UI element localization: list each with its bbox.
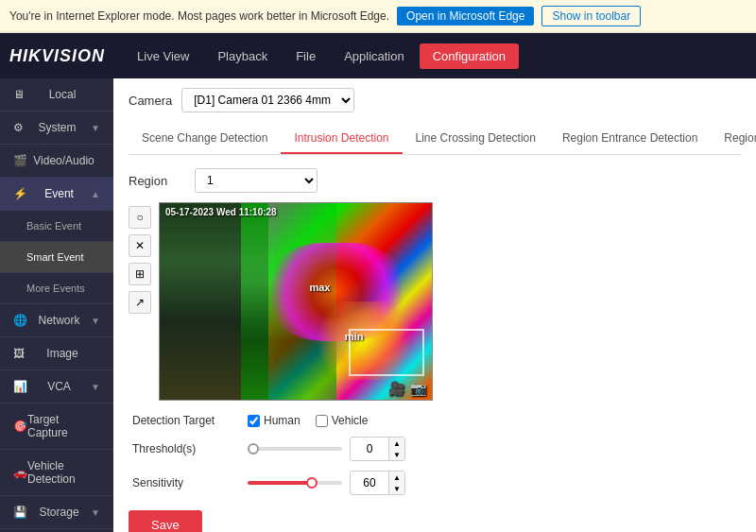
chevron-down-icon-vca: ▼ — [91, 382, 100, 392]
sensitivity-spin-down[interactable]: ▼ — [389, 483, 404, 494]
storage-icon: 💾 — [13, 506, 27, 519]
local-icon: 🖥 — [13, 88, 25, 101]
sidebar: 🖥 Local ⚙ System ▼ 🎬 Video/Audio ⚡ Event… — [0, 78, 113, 532]
threshold-spinners: ▲ ▼ — [388, 438, 404, 460]
sidebar-item-event[interactable]: ⚡ Event ▲ — [0, 178, 113, 211]
tab-scene-change[interactable]: Scene Change Detection — [129, 124, 281, 154]
event-icon: ⚡ — [13, 187, 27, 200]
detection-target-label: Detection Target — [132, 414, 236, 427]
sidebar-label-event: Event — [44, 187, 74, 200]
sensitivity-fill — [248, 481, 309, 485]
vehicle-checkbox-item[interactable]: Vehicle — [316, 414, 369, 427]
top-nav: HIKVISION Live View Playback File Applic… — [0, 33, 756, 78]
sidebar-item-smart-event[interactable]: Smart Event — [0, 242, 113, 273]
sidebar-item-storage[interactable]: 💾 Storage ▼ — [0, 496, 113, 529]
sidebar-label-image: Image — [46, 347, 77, 360]
system-icon: ⚙ — [13, 121, 24, 134]
human-checkbox-item[interactable]: Human — [248, 414, 301, 427]
sidebar-item-system[interactable]: ⚙ System ▼ — [0, 112, 113, 145]
chevron-down-icon: ▼ — [91, 123, 100, 133]
region-label: Region — [129, 174, 185, 188]
sidebar-item-basic-event[interactable]: Basic Event — [0, 211, 113, 242]
sidebar-item-network[interactable]: 🌐 Network ▼ — [0, 304, 113, 337]
tab-intrusion[interactable]: Intrusion Detection — [281, 124, 402, 154]
sidebar-label-basic-event: Basic Event — [26, 220, 81, 232]
tool-grid[interactable]: ⊞ — [129, 263, 151, 285]
vehicle-label: Vehicle — [332, 414, 369, 427]
human-checkbox[interactable] — [248, 415, 260, 427]
detection-target-row: Detection Target Human Vehicle — [132, 414, 741, 427]
sensitivity-input-group: ▲ ▼ — [350, 471, 405, 495]
tab-region-exiting[interactable]: Region Exiting Detection — [711, 124, 756, 154]
chevron-down-icon-storage: ▼ — [91, 507, 100, 518]
network-icon: 🌐 — [13, 314, 27, 327]
sidebar-item-more-events[interactable]: More Events — [0, 273, 113, 304]
threshold-thumb[interactable] — [248, 443, 259, 455]
threshold-spin-down[interactable]: ▼ — [389, 449, 404, 460]
tool-circle[interactable]: ○ — [129, 206, 151, 229]
video-snapshot-icon[interactable]: 📷 — [410, 381, 426, 396]
nav-application[interactable]: Application — [331, 43, 418, 69]
sidebar-item-local[interactable]: 🖥 Local — [0, 78, 113, 112]
logo: HIKVISION — [9, 46, 105, 66]
sidebar-label-vca: VCA — [47, 380, 71, 393]
save-row: Save — [129, 510, 741, 532]
nav-configuration[interactable]: Configuration — [420, 43, 519, 69]
sidebar-item-image[interactable]: 🖼 Image — [0, 337, 113, 370]
video-label-max: max — [309, 282, 330, 293]
video-camera-icon[interactable]: 🎥 — [388, 381, 404, 396]
video-timestamp: 05-17-2023 Wed 11:10:28 — [165, 207, 277, 217]
camera-label: Camera — [129, 94, 172, 108]
sensitivity-slider-group: ▲ ▼ — [248, 471, 405, 495]
tool-arrow[interactable]: ↗ — [129, 291, 151, 314]
detection-target-checkboxes: Human Vehicle — [248, 414, 368, 427]
show-toolbar-button[interactable]: Show in toolbar — [541, 6, 641, 26]
open-edge-button[interactable]: Open in Microsoft Edge — [397, 7, 534, 26]
sidebar-item-video-audio[interactable]: 🎬 Video/Audio — [0, 145, 113, 178]
threshold-spin-up[interactable]: ▲ — [389, 438, 404, 449]
vehicle-icon: 🚗 — [13, 466, 27, 479]
sidebar-label-smart-event: Smart Event — [26, 251, 84, 263]
sensitivity-label: Sensitivity — [132, 476, 236, 489]
nav-live-view[interactable]: Live View — [124, 43, 202, 69]
region-row: Region 1 — [129, 168, 741, 193]
nav-items: Live View Playback File Application Conf… — [124, 43, 747, 69]
video-frame: 05-17-2023 Wed 11:10:28 max min 🎥 📷 — [159, 202, 433, 401]
sensitivity-spin-up[interactable]: ▲ — [389, 472, 404, 483]
sidebar-item-vca[interactable]: 📊 VCA ▼ — [0, 370, 113, 403]
nav-playback[interactable]: Playback — [204, 43, 281, 69]
save-button[interactable]: Save — [129, 510, 202, 532]
threshold-slider-group: ▲ ▼ — [248, 437, 405, 461]
vehicle-checkbox[interactable] — [316, 415, 328, 427]
ie-banner: You're in Internet Explorer mode. Most p… — [0, 0, 756, 33]
content-area: Camera [D1] Camera 01 2366 4mm Scene Cha… — [113, 78, 756, 532]
threshold-input[interactable] — [351, 439, 388, 458]
detection-tabs: Scene Change Detection Intrusion Detecti… — [129, 124, 741, 155]
sidebar-item-vehicle-detection[interactable]: 🚗 Vehicle Detection — [0, 450, 113, 496]
camera-select[interactable]: [D1] Camera 01 2366 4mm — [181, 88, 354, 112]
tab-region-entrance[interactable]: Region Entrance Detection — [549, 124, 711, 154]
camera-row: Camera [D1] Camera 01 2366 4mm — [129, 88, 741, 112]
threshold-label: Threshold(s) — [132, 442, 236, 455]
tool-cross[interactable]: ✕ — [129, 234, 151, 257]
threshold-slider[interactable] — [248, 447, 342, 451]
video-container: ○ ✕ ⊞ ↗ 05-17-2023 Wed 11:10:28 max — [129, 202, 741, 401]
sidebar-label-storage: Storage — [40, 506, 79, 519]
threshold-row: Threshold(s) ▲ ▼ — [132, 437, 741, 461]
sidebar-label-vehicle-detection: Vehicle Detection — [27, 459, 100, 486]
sensitivity-thumb[interactable] — [306, 477, 318, 489]
region-select[interactable]: 1 — [195, 168, 318, 193]
image-icon: 🖼 — [13, 347, 25, 360]
chevron-down-icon-network: ▼ — [91, 316, 100, 326]
tab-line-crossing[interactable]: Line Crossing Detection — [403, 124, 549, 154]
chevron-up-icon: ▲ — [91, 189, 100, 199]
sidebar-item-target-capture[interactable]: 🎯 Target Capture — [0, 403, 113, 450]
sensitivity-slider[interactable] — [248, 481, 342, 485]
sensitivity-input[interactable] — [351, 473, 388, 492]
detection-settings: Detection Target Human Vehicle Threshold… — [129, 414, 741, 495]
sidebar-label-target-capture: Target Capture — [27, 413, 100, 439]
nav-file[interactable]: File — [283, 43, 329, 69]
main-layout: 🖥 Local ⚙ System ▼ 🎬 Video/Audio ⚡ Event… — [0, 78, 756, 532]
vca-icon: 📊 — [13, 380, 27, 393]
video-audio-icon: 🎬 — [13, 154, 27, 167]
